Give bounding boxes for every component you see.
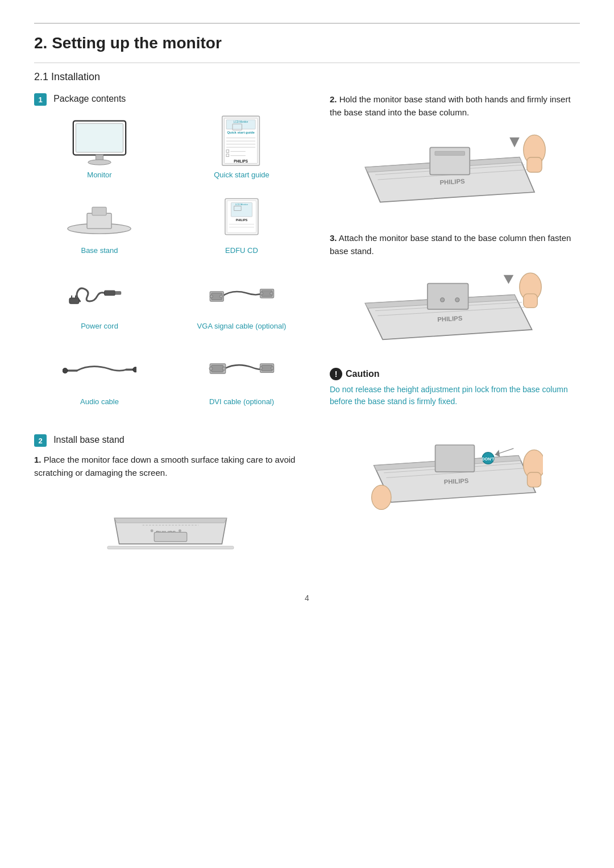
step3-num: 3.: [330, 233, 337, 243]
svg-point-60: [151, 529, 154, 532]
package-item-basestand: Base stand: [34, 192, 165, 255]
svg-rect-83: [524, 294, 538, 308]
svg-rect-62: [154, 532, 187, 541]
dvi-label: DVI cable (optional): [209, 397, 274, 406]
svg-point-38: [219, 295, 222, 298]
svg-rect-69: [435, 151, 465, 155]
svg-point-42: [270, 292, 273, 295]
svg-rect-89: [435, 445, 475, 472]
package-grid: Monitor LCD Monitor Quick star: [34, 116, 307, 418]
svg-point-79: [441, 298, 445, 302]
basestand-illustration: [63, 197, 136, 237]
package-item-quickstart: LCD Monitor Quick start guide: [176, 116, 307, 179]
svg-point-96: [372, 485, 391, 509]
edfu-illustration: LCD Monitor PHILIPS: [219, 196, 264, 239]
svg-rect-33: [105, 290, 115, 296]
step3-block: 3. Attach the monitor base stand to the …: [330, 232, 580, 258]
svg-rect-21: [92, 207, 106, 215]
step3-illustration: PHILIPS: [355, 265, 554, 354]
svg-point-46: [133, 367, 136, 372]
package-item-powercord: Power cord: [34, 267, 165, 330]
step2-block: 2. Hold the monitor base stand with both…: [330, 93, 580, 119]
package-item-dvi: DVI cable (optional): [176, 343, 307, 406]
svg-rect-1: [76, 123, 123, 152]
svg-point-3: [88, 159, 111, 164]
quickstart-illustration: LCD Monitor Quick start guide: [216, 112, 267, 172]
caution-text: Do not release the height adjustment pin…: [330, 384, 580, 408]
svg-marker-93: [495, 450, 500, 456]
svg-point-80: [455, 298, 459, 302]
section-title: 2. Setting up the monitor: [34, 34, 580, 52]
svg-text:Quick start guide: Quick start guide: [227, 131, 255, 134]
svg-text:DON'T: DON'T: [482, 456, 495, 462]
svg-text:PHILIPS: PHILIPS: [234, 159, 248, 163]
svg-point-54: [271, 367, 273, 369]
svg-marker-57: [114, 518, 226, 523]
dvi-illustration: [208, 348, 276, 388]
svg-point-53: [260, 367, 263, 369]
svg-text:LCD Monitor: LCD Monitor: [234, 121, 248, 123]
caution-icon: !: [330, 368, 342, 380]
package-item-vga: VGA signal cable (optional): [176, 267, 307, 330]
install-base-label: Install base stand: [53, 435, 125, 445]
package-item-edfu: LCD Monitor PHILIPS EDFU CD: [176, 192, 307, 255]
sub-divider: [34, 63, 580, 63]
svg-rect-95: [527, 472, 541, 487]
powercord-label: Power cord: [81, 322, 118, 330]
step2-text: Hold the monitor base stand with both ha…: [330, 94, 571, 117]
svg-rect-48: [211, 365, 223, 372]
vga-label: VGA signal cable (optional): [197, 322, 287, 330]
page-number: 4: [34, 593, 580, 603]
svg-text:LCD Monitor: LCD Monitor: [235, 202, 248, 205]
step1-illustration: PHILIPS: [105, 489, 236, 563]
monitor-illustration: [65, 118, 134, 166]
step2-illustration: PHILIPS: [355, 127, 554, 218]
step2-num: 2.: [330, 94, 337, 104]
sub-section-title: 2.1 Installation: [34, 71, 580, 83]
svg-point-37: [210, 295, 213, 298]
edfu-label: EDFU CD: [225, 246, 258, 255]
svg-marker-70: [509, 138, 520, 148]
svg-rect-78: [428, 284, 468, 310]
svg-text:PHILIPS: PHILIPS: [437, 315, 463, 323]
powercord-illustration: [65, 273, 134, 313]
install-badge: 2: [34, 434, 47, 447]
dont-illustration: PHILIPS DON'T: [367, 420, 543, 528]
package-item-monitor: Monitor: [34, 116, 165, 179]
audio-illustration: [63, 348, 136, 388]
top-divider: [34, 23, 580, 24]
svg-point-61: [179, 529, 181, 532]
audio-label: Audio cable: [80, 397, 119, 406]
svg-text:PHILIPS: PHILIPS: [444, 477, 470, 485]
step1-block: 1. Place the monitor face down a smooth …: [34, 454, 307, 479]
svg-point-49: [209, 367, 213, 370]
quickstart-label: Quick start guide: [214, 171, 269, 179]
svg-text:PHILIPS: PHILIPS: [439, 178, 465, 186]
svg-rect-34: [115, 292, 121, 294]
package-contents-label: Package contents: [53, 94, 126, 103]
svg-rect-55: [107, 546, 234, 549]
svg-rect-72: [527, 157, 542, 172]
svg-point-44: [63, 368, 68, 373]
step1-num: 1.: [34, 455, 42, 464]
monitor-label: Monitor: [87, 171, 111, 179]
step3-text: Attach the monitor base stand to the bas…: [330, 233, 571, 256]
svg-point-50: [222, 367, 226, 370]
svg-point-41: [260, 292, 263, 295]
caution-box: ! Caution Do not release the height adju…: [330, 368, 580, 408]
package-badge: 1: [34, 93, 47, 106]
basestand-label: Base stand: [81, 246, 118, 255]
svg-marker-81: [504, 275, 514, 284]
step1-text: Place the monitor face down a smooth sur…: [34, 455, 295, 477]
package-item-audio: Audio cable: [34, 343, 165, 406]
caution-title-text: Caution: [346, 369, 380, 379]
vga-illustration: [208, 273, 276, 313]
svg-rect-30: [69, 298, 79, 304]
svg-text:PHILIPS: PHILIPS: [236, 218, 248, 222]
